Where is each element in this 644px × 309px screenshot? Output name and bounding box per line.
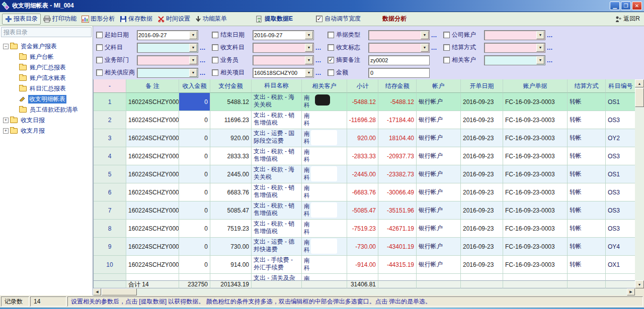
cell-subject[interactable]: 支出 - 运费 - 国际段空运费: [252, 129, 302, 147]
sidebar-item-资金账户报表[interactable]: −资金账户报表: [0, 41, 93, 52]
cell-balance[interactable]: -5488.12: [378, 93, 417, 111]
cell-balance[interactable]: -23382.73: [378, 165, 417, 183]
scroll-left-button[interactable]: ◀: [93, 288, 101, 295]
cell-method[interactable]: 转帐: [568, 238, 606, 256]
filter-checkbox[interactable]: ✓: [328, 57, 334, 63]
cell-account[interactable]: 银行帐户: [417, 129, 461, 147]
cell-income[interactable]: 0: [179, 111, 210, 129]
cell-account[interactable]: 银行帐户: [417, 165, 461, 183]
ellipsis-button[interactable]: …: [545, 57, 554, 64]
cell-subtotal[interactable]: -7519.23: [347, 220, 378, 238]
column-header[interactable]: 帐户: [417, 79, 461, 93]
chevron-down-icon[interactable]: ▼: [189, 31, 197, 39]
data-analysis-button[interactable]: 数据分析: [382, 15, 407, 23]
filter-combo[interactable]: 2016-09-27▼: [137, 30, 198, 40]
cell-note[interactable]: 160224SCHZY0002: [126, 256, 179, 274]
filter-checkbox[interactable]: [96, 44, 103, 51]
cell-note[interactable]: 160224SCHZY0002: [126, 201, 179, 220]
filter-checkbox[interactable]: [212, 32, 218, 38]
cell-subtotal[interactable]: -5488.12: [347, 93, 378, 111]
cell-account[interactable]: 银行帐户: [417, 238, 461, 256]
cell-doc[interactable]: FC-16-09-23-0003: [503, 201, 568, 220]
chevron-down-icon[interactable]: ▼: [305, 69, 313, 77]
cell-income[interactable]: 0: [179, 238, 210, 256]
cell-note[interactable]: 160224SCHZY0002: [126, 93, 179, 111]
ellipsis-button[interactable]: …: [198, 44, 207, 51]
chevron-down-icon[interactable]: ▼: [421, 44, 429, 52]
table-row[interactable]: 1160224SCHZY000205488.12支出 - 税款 - 海关关税南 …: [94, 93, 635, 111]
cell-customer[interactable]: 南 化 科: [302, 256, 347, 274]
filter-checkbox[interactable]: [96, 57, 103, 63]
cell-balance[interactable]: -35151.96: [378, 201, 417, 220]
cell-code[interactable]: OS3: [606, 220, 635, 238]
table-row[interactable]: 3160224SCHZY00020920.00支出 - 运费 - 国际段空运费南…: [94, 129, 635, 147]
cell-subtotal[interactable]: -730.00: [347, 238, 378, 256]
scroll-down-button[interactable]: ▼: [635, 280, 644, 288]
cell-pay[interactable]: 5488.12: [210, 93, 252, 111]
column-header[interactable]: 收入金额: [179, 79, 210, 93]
cell-code[interactable]: OY4: [606, 238, 635, 256]
cell-n[interactable]: 10: [94, 256, 126, 274]
cell-date[interactable]: 2016-09-23: [461, 129, 503, 147]
filter-input[interactable]: [368, 55, 430, 65]
cell-subject[interactable]: 支出 - 税款 - 海关关税: [252, 93, 302, 111]
cell-subtotal[interactable]: -5085.47: [347, 201, 378, 220]
chevron-down-icon[interactable]: ▼: [189, 69, 197, 77]
cell-pay[interactable]: 920.00: [210, 129, 252, 147]
cell-balance[interactable]: 18104.40: [378, 129, 417, 147]
cell-note[interactable]: 160224SCHZY0002: [126, 183, 179, 201]
sidebar-item-员工借款还款清单[interactable]: 员工借款还款清单: [0, 105, 93, 115]
cell-n[interactable]: 7: [94, 201, 126, 220]
cell-method[interactable]: 转帐: [568, 165, 606, 183]
cell-income[interactable]: 0: [179, 256, 210, 274]
table-row[interactable]: 2160224SCHZY0002011696.23支出 - 税款 - 销售增值税…: [94, 111, 635, 129]
cell-date[interactable]: 2016-09-23: [461, 147, 503, 165]
sidebar-item-收支日报[interactable]: +收支日报: [0, 115, 93, 126]
ellipsis-button[interactable]: …: [545, 32, 554, 39]
cell-customer[interactable]: 南 化 科: [302, 183, 347, 201]
toolbar-button-report-plus[interactable]: 报表目录: [2, 14, 41, 25]
filter-checkbox[interactable]: [212, 44, 218, 51]
cell-code[interactable]: OS3: [606, 201, 635, 220]
cell-method[interactable]: 转帐: [568, 147, 606, 165]
ellipsis-button[interactable]: …: [198, 57, 207, 64]
ellipsis-button[interactable]: …: [314, 69, 323, 76]
cell-date[interactable]: 2016-09-23: [461, 220, 503, 238]
cell-note[interactable]: 160224SCHZY0002: [126, 165, 179, 183]
cell-n[interactable]: 6: [94, 183, 126, 201]
toolbar-button-time[interactable]: 时间设置: [155, 14, 193, 25]
cell-method[interactable]: 转帐: [568, 111, 606, 129]
cell-account[interactable]: 银行帐户: [417, 183, 461, 201]
cell-customer[interactable]: 南 化 科: [302, 111, 347, 129]
filter-checkbox[interactable]: [443, 32, 450, 38]
chevron-down-icon[interactable]: ▼: [536, 31, 544, 39]
cell-income[interactable]: 0: [179, 129, 210, 147]
cell-pay[interactable]: 5085.47: [210, 201, 252, 220]
cell-customer[interactable]: 南 化 科: [302, 129, 347, 147]
table-row[interactable]: 10160224SCHZY00020914.00支出 - 手续费 - 外汇手续费…: [94, 256, 635, 274]
cell-date[interactable]: 2016-09-23: [461, 201, 503, 220]
ellipsis-button[interactable]: …: [314, 44, 323, 51]
cell-method[interactable]: 转帐: [568, 256, 606, 274]
filter-combo[interactable]: ▼: [368, 43, 430, 53]
chevron-down-icon[interactable]: ▼: [189, 56, 197, 64]
cell-code[interactable]: OY2: [606, 129, 635, 147]
chevron-down-icon[interactable]: ▼: [536, 44, 544, 52]
cell-doc[interactable]: FC-16-09-23-0003: [503, 129, 568, 147]
filter-checkbox[interactable]: [96, 32, 103, 38]
cell-income[interactable]: 0: [179, 183, 210, 201]
cell-date[interactable]: 2016-09-23: [461, 93, 503, 111]
filter-combo[interactable]: ▼: [137, 68, 198, 78]
cell-pay[interactable]: 6683.76: [210, 183, 252, 201]
cell-pay[interactable]: 730.00: [210, 238, 252, 256]
ellipsis-button[interactable]: …: [545, 44, 554, 51]
table-row[interactable]: 9160224SCHZY00020730.00支出 - 运费 - 德邦快递费南 …: [94, 238, 635, 256]
table-row[interactable]: 7160224SCHZY000205085.47支出 - 税款 - 销售增值税南…: [94, 201, 635, 220]
cell-customer[interactable]: 南 化 科: [302, 238, 347, 256]
cell-doc[interactable]: FC-16-09-23-0003: [503, 183, 568, 201]
cell-doc[interactable]: FC-16-09-23-0003: [503, 93, 568, 111]
cell-n[interactable]: 1: [94, 93, 126, 111]
cell-balance[interactable]: -17184.40: [378, 111, 417, 129]
cell-subject[interactable]: 支出 - 税款 - 销售增值税: [252, 201, 302, 220]
vertical-scrollbar[interactable]: ▲ ▼: [635, 79, 644, 288]
